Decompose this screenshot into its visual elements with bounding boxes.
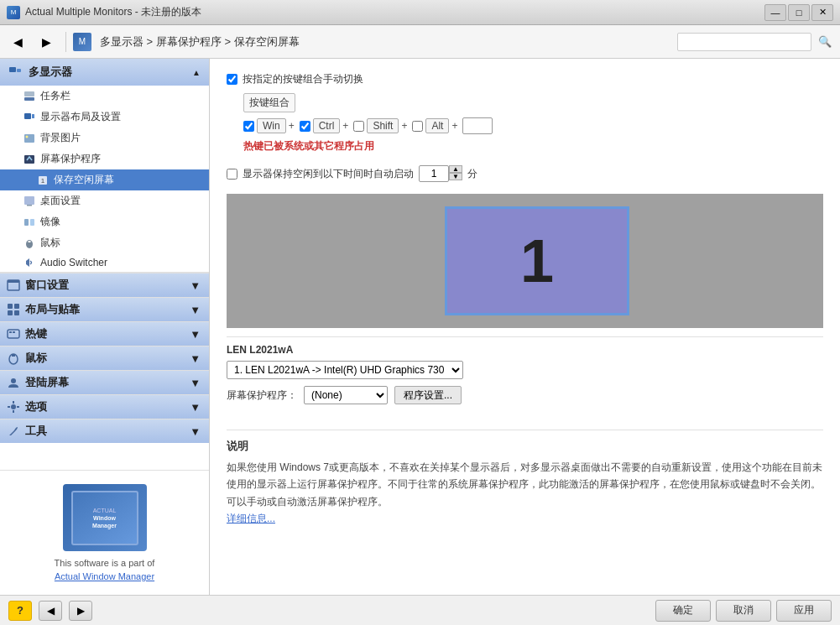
category-window-left: 窗口设置 [7, 278, 69, 293]
apply-button[interactable]: 应用 [776, 600, 832, 622]
sidebar-item-wallpaper[interactable]: 背景图片 [0, 128, 209, 148]
svg-rect-19 [8, 280, 19, 283]
svg-rect-13 [24, 219, 29, 226]
sidebar-item-taskbar[interactable]: 任务栏 [0, 86, 209, 107]
category-tools-left: 工具 [7, 424, 47, 439]
window-title: Actual Multiple Monitors - 未注册的版本 [25, 5, 201, 19]
svg-rect-4 [24, 113, 31, 119]
sidebar-item-screensaver[interactable]: 屏幕保护程序 [0, 148, 209, 169]
detail-link[interactable]: 详细信息... [227, 513, 275, 524]
description-title: 说明 [227, 439, 823, 454]
software-link[interactable]: Actual Window Manager [13, 571, 196, 581]
minimize-button[interactable]: — [764, 4, 786, 21]
screensaver-label: 屏幕保护程序： [227, 388, 297, 403]
alt-checkbox[interactable] [412, 121, 423, 132]
screensaver-settings-button[interactable]: 程序设置... [394, 386, 462, 404]
breadcrumb-icon: M [73, 33, 91, 51]
screensaver-label: 屏幕保护程序 [40, 152, 101, 166]
maximize-button[interactable]: □ [788, 4, 810, 21]
svg-point-7 [26, 135, 29, 138]
ok-button[interactable]: 确定 [655, 600, 711, 622]
hotkey-enable-label: 按指定的按键组合手动切换 [243, 72, 363, 86]
shift-key-label: Shift [367, 118, 399, 133]
monitor-number: 1 [520, 231, 554, 291]
monitor-name: LEN L2021wA [227, 344, 823, 356]
auto-start-row: 显示器保持空闲到以下时间时自动启动 1 ▲ ▼ 分 [227, 165, 823, 182]
sidebar-bottom: ACTUAL Window Manager This software is a… [0, 470, 209, 595]
sidebar-header-left: 多显示器 [7, 64, 72, 81]
spinbox-up-button[interactable]: ▲ [449, 165, 462, 173]
ctrl-checkbox[interactable] [300, 121, 310, 132]
back-button[interactable]: ◀ [5, 30, 30, 54]
minutes-label: 分 [467, 167, 477, 181]
mirror-label: 镜像 [40, 215, 60, 229]
hotkey-indent-block: 按键组合 Win + Ctrl + Shift [227, 93, 823, 154]
sidebar-category-options[interactable]: 选项 ▼ [0, 394, 209, 419]
product-box: ACTUAL Window Manager [63, 484, 147, 551]
sidebar-category-tools[interactable]: 工具 ▼ [0, 419, 209, 443]
desktop-icon [23, 195, 35, 207]
breadcrumb-icon-area: M [73, 33, 91, 51]
hotkey-section: 按指定的按键组合手动切换 按键组合 Win + Ctrl + [227, 72, 823, 154]
search-input[interactable] [677, 33, 811, 51]
hotkey-row: Win + Ctrl + Shift + Al [243, 117, 823, 134]
sidebar-header-monitors[interactable]: 多显示器 ▲ [0, 59, 209, 86]
spinbox-down-button[interactable]: ▼ [449, 173, 462, 180]
display-label: 显示器布局及设置 [40, 110, 121, 124]
sidebar-section-monitors: 多显示器 ▲ 任务栏 显示器布局及设置 背景图片 屏幕保护程序 [0, 59, 209, 273]
auto-start-checkbox[interactable] [227, 169, 237, 180]
close-button[interactable]: ✕ [811, 4, 833, 21]
sidebar-category-hotkey[interactable]: 热键 ▼ [0, 321, 209, 346]
shift-checkbox[interactable] [353, 121, 364, 132]
hotkey-ctrl-item: Ctrl + [300, 118, 349, 133]
sidebar-item-desktop[interactable]: 桌面设置 [0, 190, 209, 211]
search-button[interactable]: 🔍 [815, 32, 835, 52]
monitor-select-row: 1. LEN L2021wA -> Intel(R) UHD Graphics … [227, 361, 823, 379]
sidebar-item-display[interactable]: 显示器布局及设置 [0, 107, 209, 128]
mouse-label: 鼠标 [40, 236, 60, 250]
svg-rect-21 [14, 304, 19, 309]
title-bar: M Actual Multiple Monitors - 未注册的版本 — □ … [0, 0, 840, 25]
svg-rect-1 [17, 69, 21, 72]
product-logo: ACTUAL Window Manager [92, 507, 117, 529]
nav-forward-button[interactable]: ▶ [69, 601, 92, 621]
sidebar-item-mirror[interactable]: 镜像 [0, 211, 209, 232]
svg-rect-25 [9, 331, 12, 333]
sidebar-item-audio[interactable]: Audio Switcher [0, 253, 209, 272]
category-mouse-label: 鼠标 [25, 351, 47, 366]
bottom-right: 确定 取消 应用 [655, 600, 832, 622]
screensaver-select[interactable]: (None) [304, 386, 388, 404]
sidebar-category-mouse[interactable]: 鼠标 ▼ [0, 346, 209, 370]
nav-back-button[interactable]: ◀ [39, 601, 62, 621]
win-checkbox[interactable] [243, 121, 254, 132]
layout-expand-icon: ▼ [190, 304, 201, 316]
help-button[interactable]: ? [8, 601, 32, 621]
sidebar-category-login[interactable]: 登陆屏幕 ▼ [0, 370, 209, 394]
alt-key-label: Alt [425, 118, 449, 133]
mirror-icon [23, 216, 35, 228]
bottom-left: ? ◀ ▶ [8, 601, 92, 621]
cancel-button[interactable]: 取消 [716, 600, 771, 622]
sidebar-item-mouse[interactable]: 鼠标 [0, 232, 209, 253]
svg-rect-11 [24, 196, 34, 205]
category-window-label: 窗口设置 [25, 278, 69, 293]
forward-button[interactable]: ▶ [34, 30, 59, 54]
sidebar-category-window[interactable]: 窗口设置 ▼ [0, 273, 209, 297]
mouse-cat-icon [7, 352, 20, 365]
spinbox-container: 1 ▲ ▼ [419, 165, 462, 182]
svg-rect-12 [27, 205, 32, 206]
sidebar-category-layout[interactable]: 布局与贴靠 ▼ [0, 297, 209, 321]
options-icon [7, 400, 20, 414]
hotkey-enable-checkbox[interactable] [227, 74, 237, 85]
login-icon [7, 376, 20, 389]
win-key-label: Win [257, 118, 286, 133]
minutes-spinbox[interactable]: 1 [419, 165, 449, 182]
category-login-left: 登陆屏幕 [7, 375, 69, 390]
key-input[interactable]: S [462, 117, 493, 134]
category-options-left: 选项 [7, 399, 47, 414]
category-login-label: 登陆屏幕 [25, 375, 69, 390]
svg-rect-3 [24, 91, 34, 96]
category-tools-label: 工具 [25, 424, 47, 439]
sidebar-item-save-idle[interactable]: 1 保存空闲屏幕 [0, 169, 209, 190]
monitor-select[interactable]: 1. LEN L2021wA -> Intel(R) UHD Graphics … [227, 361, 463, 379]
